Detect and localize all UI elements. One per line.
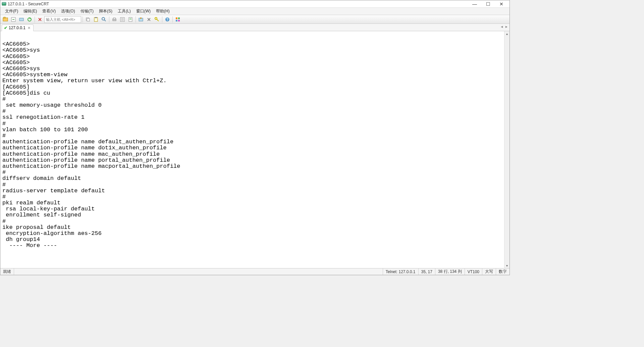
menu-help[interactable]: 帮助(H) xyxy=(153,8,172,15)
session-manager-icon[interactable] xyxy=(174,16,181,23)
log-icon[interactable] xyxy=(127,16,134,23)
connect-icon[interactable] xyxy=(2,16,9,23)
titlebar: 127.0.0.1 - SecureCRT — ☐ ✕ xyxy=(0,0,509,8)
menu-edit[interactable]: 编辑(E) xyxy=(21,8,40,15)
find-icon[interactable] xyxy=(100,16,108,23)
menu-view[interactable]: 查看(V) xyxy=(40,8,58,15)
options-icon[interactable] xyxy=(145,16,153,23)
print-icon[interactable] xyxy=(111,16,118,23)
tab-close-icon[interactable]: ✕ xyxy=(27,26,31,30)
disconnect-icon[interactable] xyxy=(36,16,44,23)
properties-icon[interactable] xyxy=(119,16,126,23)
menu-tools[interactable]: 工具(L) xyxy=(115,8,133,15)
copy-icon[interactable] xyxy=(84,16,92,23)
session-tab[interactable]: ✔ 127.0.0.1 ✕ xyxy=(2,24,34,31)
svg-rect-23 xyxy=(176,20,177,21)
tab-prev-icon[interactable]: ◄ xyxy=(500,25,503,29)
close-button[interactable]: ✕ xyxy=(495,0,508,8)
menubar: 文件(F) 编辑(E) 查看(V) 选项(O) 传输(T) 脚本(S) 工具(L… xyxy=(0,8,509,15)
svg-text:?: ? xyxy=(166,18,168,21)
status-num: 数字 xyxy=(496,268,509,275)
svg-rect-5 xyxy=(19,18,23,21)
tab-next-icon[interactable]: ► xyxy=(505,25,508,29)
host-input[interactable] xyxy=(44,16,81,23)
status-term: VT100 xyxy=(465,268,482,275)
tab-label: 127.0.0.1 xyxy=(9,26,25,30)
svg-rect-13 xyxy=(113,18,115,19)
key-icon[interactable] xyxy=(153,16,161,23)
reconnect-icon[interactable] xyxy=(26,16,33,23)
menu-script[interactable]: 脚本(S) xyxy=(96,8,115,15)
scroll-down-icon[interactable]: ▾ xyxy=(506,263,508,268)
status-caps: 大写 xyxy=(482,268,496,275)
svg-rect-10 xyxy=(95,17,97,18)
tabbar: ✔ 127.0.0.1 ✕ ◄ ► xyxy=(0,24,509,31)
paste-icon[interactable] xyxy=(92,16,100,23)
window-title: 127.0.0.1 - SecureCRT xyxy=(8,2,49,6)
menu-window[interactable]: 窗口(W) xyxy=(133,8,153,15)
svg-rect-21 xyxy=(176,17,177,19)
svg-point-11 xyxy=(102,17,105,20)
connected-icon: ✔ xyxy=(4,26,7,30)
svg-point-17 xyxy=(148,19,150,20)
minimize-button[interactable]: — xyxy=(468,0,481,8)
connect-bar-icon[interactable] xyxy=(18,16,25,23)
terminal[interactable]: <AC6605> <AC6605>sys <AC6605> <AC6605> <… xyxy=(0,31,504,268)
toolbar: ? xyxy=(0,15,509,24)
app-icon xyxy=(2,2,6,6)
new-session-icon[interactable] xyxy=(137,16,145,23)
menu-transfer[interactable]: 传输(T) xyxy=(78,8,96,15)
quick-connect-icon[interactable] xyxy=(10,16,17,23)
svg-rect-24 xyxy=(178,20,180,21)
status-size: 38 行, 134 列 xyxy=(435,268,465,275)
help-icon[interactable]: ? xyxy=(164,16,171,23)
status-connection: Telnet: 127.0.0.1 xyxy=(383,268,418,275)
menu-file[interactable]: 文件(F) xyxy=(2,8,21,15)
svg-rect-1 xyxy=(2,3,6,3)
vertical-scrollbar[interactable]: ▴ ▾ xyxy=(504,31,509,268)
svg-rect-3 xyxy=(4,17,5,18)
svg-rect-22 xyxy=(178,17,180,19)
statusbar: 就绪 Telnet: 127.0.0.1 35, 17 38 行, 134 列 … xyxy=(0,268,509,275)
menu-options[interactable]: 选项(O) xyxy=(58,8,77,15)
svg-rect-8 xyxy=(87,18,90,21)
scroll-up-icon[interactable]: ▴ xyxy=(506,31,508,36)
maximize-button[interactable]: ☐ xyxy=(481,0,495,8)
status-cursor: 35, 17 xyxy=(418,268,435,275)
terminal-container: <AC6605> <AC6605>sys <AC6605> <AC6605> <… xyxy=(0,31,509,268)
status-ready: 就绪 xyxy=(0,268,14,275)
